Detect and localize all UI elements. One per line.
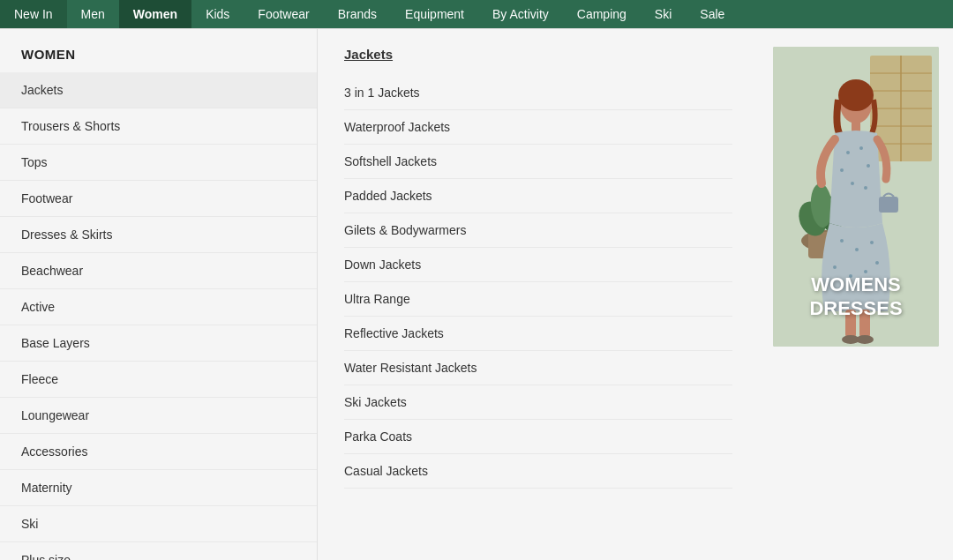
link-item-ski-jackets[interactable]: Ski Jackets	[344, 385, 732, 420]
sidebar-item-accessories[interactable]: Accessories	[0, 434, 317, 470]
sidebar-item-beachwear[interactable]: Beachwear	[0, 253, 317, 289]
link-item-water-resistant-jackets[interactable]: Water Resistant Jackets	[344, 351, 732, 385]
svg-point-19	[838, 79, 874, 111]
nav-item-sale[interactable]: Sale	[686, 0, 739, 28]
svg-point-21	[846, 151, 850, 154]
navigation-bar: New InMenWomenKidsFootwearBrandsEquipmen…	[0, 0, 953, 28]
svg-point-25	[851, 182, 854, 185]
link-item-ultra-range[interactable]: Ultra Range	[344, 282, 732, 317]
dropdown-panel: WOMEN JacketsTrousers & ShortsTopsFootwe…	[0, 28, 953, 560]
sidebar-item-jackets[interactable]: Jackets	[0, 72, 317, 108]
svg-point-37	[856, 335, 874, 344]
section-title[interactable]: Jackets	[344, 47, 732, 62]
nav-item-men[interactable]: Men	[67, 0, 119, 28]
main-content: Jackets 3 in 1 JacketsWaterproof Jackets…	[318, 29, 759, 560]
sidebar-item-ski[interactable]: Ski	[0, 506, 317, 542]
nav-item-by-activity[interactable]: By Activity	[478, 0, 563, 28]
svg-point-22	[859, 146, 863, 150]
link-item-padded-jackets[interactable]: Padded Jackets	[344, 179, 732, 213]
link-item-softshell-jackets[interactable]: Softshell Jackets	[344, 145, 732, 179]
nav-item-brands[interactable]: Brands	[324, 0, 391, 28]
svg-point-28	[855, 248, 859, 251]
sidebar-item-tops[interactable]: Tops	[0, 145, 317, 181]
svg-point-30	[833, 265, 837, 269]
nav-item-camping[interactable]: Camping	[563, 0, 641, 28]
link-item-reflective-jackets[interactable]: Reflective Jackets	[344, 317, 732, 351]
link-item-down-jackets[interactable]: Down Jackets	[344, 248, 732, 282]
nav-item-ski[interactable]: Ski	[641, 0, 686, 28]
promo-text: WOMENS DRESSES	[773, 273, 939, 320]
sidebar-item-base-layers[interactable]: Base Layers	[0, 325, 317, 362]
nav-item-footwear[interactable]: Footwear	[244, 0, 323, 28]
link-item-waterproof-jackets[interactable]: Waterproof Jackets	[344, 110, 732, 145]
svg-rect-38	[879, 197, 898, 213]
promo-section: WOMENS DRESSES	[759, 29, 953, 560]
sidebar-item-fleece[interactable]: Fleece	[0, 362, 317, 398]
sidebar-item-plus-size[interactable]: Plus size	[0, 542, 317, 560]
sidebar-item-maternity[interactable]: Maternity	[0, 470, 317, 506]
nav-item-new-in[interactable]: New In	[0, 0, 67, 28]
nav-item-equipment[interactable]: Equipment	[391, 0, 478, 28]
sidebar-item-trousers-and-shorts[interactable]: Trousers & Shorts	[0, 108, 317, 145]
sidebar-header: WOMEN	[0, 29, 317, 72]
link-item-casual-jackets[interactable]: Casual Jackets	[344, 454, 732, 489]
sidebar-item-active[interactable]: Active	[0, 289, 317, 325]
nav-item-women[interactable]: Women	[119, 0, 191, 28]
sidebar-item-loungewear[interactable]: Loungewear	[0, 398, 317, 434]
promo-image[interactable]: WOMENS DRESSES	[773, 47, 939, 347]
svg-point-26	[864, 186, 867, 190]
svg-point-29	[870, 241, 874, 244]
link-item-parka-coats[interactable]: Parka Coats	[344, 420, 732, 454]
svg-point-27	[840, 239, 844, 243]
svg-point-24	[867, 164, 870, 168]
sidebar-item-dresses-and-skirts[interactable]: Dresses & Skirts	[0, 217, 317, 253]
svg-point-23	[840, 168, 844, 172]
link-item-3-in-1-jackets[interactable]: 3 in 1 Jackets	[344, 76, 732, 110]
sidebar: WOMEN JacketsTrousers & ShortsTopsFootwe…	[0, 29, 318, 560]
svg-point-33	[875, 261, 879, 265]
sidebar-item-footwear[interactable]: Footwear	[0, 181, 317, 217]
link-item-gilets-&-bodywarmers[interactable]: Gilets & Bodywarmers	[344, 213, 732, 248]
nav-item-kids[interactable]: Kids	[191, 0, 244, 28]
